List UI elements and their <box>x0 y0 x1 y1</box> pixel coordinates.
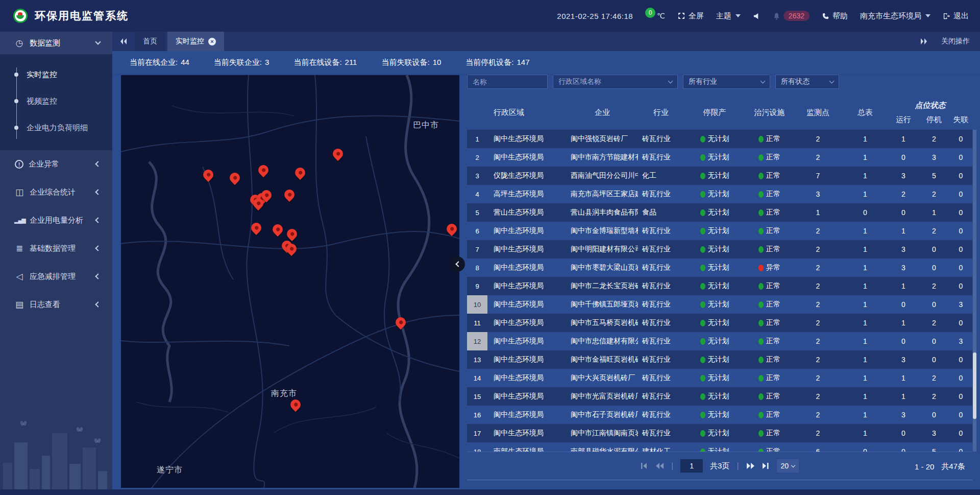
tab-close-icon[interactable]: × <box>208 38 216 45</box>
notifications[interactable]: 2632 <box>773 11 810 21</box>
cell-region: 阆中生态环境局 <box>487 222 567 240</box>
cell-running: 1 <box>888 130 919 148</box>
notification-count: 2632 <box>783 11 810 21</box>
sidebar-item[interactable]: ◁ 应急减排管理 <box>0 263 112 291</box>
sidebar-item[interactable]: ▂▄▆ 企业用电量分析 <box>0 206 112 234</box>
cell-region: 阆中生态环境局 <box>487 424 567 442</box>
next-page-button[interactable] <box>746 462 755 469</box>
cell-limit-status: 无计划 <box>684 203 745 222</box>
cell-industry: 建材化工 <box>638 442 684 452</box>
cell-limit-status: 无计划 <box>684 167 745 185</box>
table-row[interactable]: 6 阆中生态环境局 阆中市金博瑞新型墙材 砖瓦行业 无计划 正常 2 <box>467 222 972 240</box>
first-page-button[interactable] <box>641 462 648 469</box>
cell-industry: 砖瓦行业 <box>638 240 684 258</box>
sidebar-item[interactable]: ▤ 日志查看 <box>0 291 112 319</box>
sidebar-item[interactable]: ! 企业异常 <box>0 150 112 178</box>
sidebar-item[interactable]: ◫ 企业综合统计 <box>0 178 112 206</box>
cell-row-number: 3 <box>467 167 487 185</box>
sidebar-subitem[interactable]: 实时监控 <box>0 61 112 88</box>
table-row[interactable]: 2 阆中生态环境局 阆中市南方节能建材有 砖瓦行业 无计划 正常 2 <box>467 148 972 167</box>
tabs-scroll-left-button[interactable] <box>112 32 135 51</box>
region-filter-select[interactable]: 行政区域名称 <box>553 75 678 89</box>
table-row[interactable]: 5 营山生态环境局 营山县润丰肉食品有限 食品 无计划 正常 1 <box>467 203 972 222</box>
cell-monitor-points: 2 <box>794 387 842 406</box>
speaker-button[interactable] <box>753 12 761 20</box>
cell-company: 南部县磁华水泥有限公 <box>567 442 638 452</box>
table-row[interactable]: 1 阆中生态环境局 阆中强锐页岩砖厂 砖瓦行业 无计划 正常 2 <box>467 130 972 148</box>
sidebar-subitem[interactable]: 企业电力负荷明细 <box>0 114 112 141</box>
stat-label: 当前在线企业: <box>130 58 178 67</box>
cell-lost: 0 <box>949 130 972 148</box>
table-scrollbar[interactable] <box>973 130 976 452</box>
table-row[interactable]: 18 南部生态环境局 南部县磁华水泥有限公 建材化工 无计划 正常 6 <box>467 442 972 452</box>
cell-running: 3 <box>888 240 919 258</box>
table-row[interactable]: 3 仪陇生态环境局 西南油气田分公司川中 化工 无计划 正常 7 <box>467 167 972 185</box>
last-page-button[interactable] <box>762 462 770 469</box>
table-row[interactable]: 12 阆中生态环境局 阆中市忠信建材有限公 砖瓦行业 无计划 正常 2 <box>467 332 972 350</box>
table-row[interactable]: 11 阆中生态环境局 阆中市五马桥页岩机砖 砖瓦行业 无计划 正常 2 <box>467 314 972 332</box>
help-button[interactable]: 帮助 <box>822 11 848 21</box>
table-row[interactable]: 7 阆中生态环境局 阆中明阳建材有限公司 砖瓦行业 无计划 正常 2 <box>467 240 972 258</box>
cell-row-number: 2 <box>467 148 487 167</box>
industry-filter-select[interactable]: 所有行业 <box>683 75 770 89</box>
table-row[interactable]: 14 阆中生态环境局 阆中大兴页岩机砖厂 砖瓦行业 无计划 正常 2 <box>467 369 972 387</box>
user-menu[interactable]: 南充市生态环境局 <box>860 11 930 21</box>
cell-company: 阆中市金博瑞新型墙材 <box>567 222 638 240</box>
map[interactable]: 巴中市 南充市 遂宁市 <box>121 75 459 488</box>
col-header-index <box>467 95 487 130</box>
green-status-dot-icon <box>700 173 705 179</box>
table-row[interactable]: 4 高坪生态环境局 南充市高坪区王家店建 砖瓦行业 无计划 正常 3 <box>467 185 972 203</box>
status-dot-icon <box>758 375 764 382</box>
cell-row-number: 6 <box>467 222 487 240</box>
double-chevron-right-icon[interactable] <box>920 38 928 45</box>
status-filter-select[interactable]: 所有状态 <box>775 75 839 89</box>
tab[interactable]: 实时监控 × <box>167 32 224 51</box>
sidebar-group-data-monitoring[interactable]: ◷ 数据监测 <box>0 32 112 54</box>
fullscreen-button[interactable]: 全屏 <box>677 11 704 21</box>
green-status-dot-icon <box>700 393 705 400</box>
cell-company: 阆中市石子页岩机砖厂 <box>567 406 638 424</box>
cell-running: 3 <box>888 258 919 277</box>
table-row[interactable]: 13 阆中生态环境局 阆中市金福旺页岩机砖 砖瓦行业 无计划 正常 2 <box>467 350 972 369</box>
sidebar-subitem[interactable]: 视频监控 <box>0 88 112 114</box>
page-number-input[interactable] <box>680 459 703 473</box>
tab[interactable]: 首页 × <box>135 32 165 51</box>
cell-limit-status: 无计划 <box>684 222 745 240</box>
scrollbar-thumb[interactable] <box>973 352 976 419</box>
prev-page-button[interactable] <box>655 462 664 469</box>
cell-stopped: 0 <box>919 240 949 258</box>
cell-facility-status: 正常 <box>745 442 794 452</box>
speaker-icon <box>753 12 761 20</box>
cell-industry: 砖瓦行业 <box>638 277 684 295</box>
close-operations-button[interactable]: 关闭操作 <box>941 37 970 46</box>
facility-status-text: 正常 <box>766 190 780 199</box>
cell-total-meters: 1 <box>842 369 888 387</box>
table-row[interactable]: 17 阆中生态环境局 阆中市江南镇阆南页岩 砖瓦行业 无计划 正常 2 <box>467 424 972 442</box>
limit-status-text: 无计划 <box>708 300 729 309</box>
table-row[interactable]: 9 阆中生态环境局 阆中市二龙长宝页岩砖 砖瓦行业 无计划 正常 2 <box>467 277 972 295</box>
name-filter-input[interactable] <box>467 75 548 89</box>
sidebar-item-label: 企业用电量分析 <box>30 216 83 225</box>
logout-button[interactable]: 退出 <box>943 11 969 21</box>
cell-total-meters: 1 <box>842 424 888 442</box>
status-dot-icon <box>758 393 764 400</box>
cell-monitor-points: 2 <box>794 295 842 314</box>
cell-running: 1 <box>888 369 919 387</box>
cell-total-meters: 1 <box>842 332 888 350</box>
table-row[interactable]: 8 阆中生态环境局 阆中市枣碧大梁山页岩 砖瓦行业 无计划 异常 2 <box>467 258 972 277</box>
cell-industry: 砖瓦行业 <box>638 350 684 369</box>
table-row[interactable]: 16 阆中生态环境局 阆中市石子页岩机砖厂 砖瓦行业 无计划 正常 2 <box>467 406 972 424</box>
stat-item: 当前在线企业: 44 <box>130 58 189 67</box>
table-row[interactable]: 10 阆中生态环境局 阆中千佛镇五郎垭页岩 砖瓦行业 无计划 正常 2 <box>467 295 972 314</box>
table-row[interactable]: 15 阆中生态环境局 阆中市光富页岩机砖厂 砖瓦行业 无计划 正常 2 <box>467 387 972 406</box>
cell-running: 1 <box>888 314 919 332</box>
cell-facility-status: 正常 <box>745 203 794 222</box>
page-size-select[interactable]: 20 <box>777 459 799 473</box>
theme-button[interactable]: 主题 <box>716 11 741 21</box>
cell-region: 阆中生态环境局 <box>487 258 567 277</box>
next-page-icon <box>746 462 755 469</box>
limit-status-text: 无计划 <box>708 337 729 346</box>
cell-monitor-points: 6 <box>794 442 842 452</box>
sidebar-item[interactable]: ≣ 基础数据管理 <box>0 234 112 263</box>
panel-collapse-toggle[interactable] <box>450 256 465 272</box>
